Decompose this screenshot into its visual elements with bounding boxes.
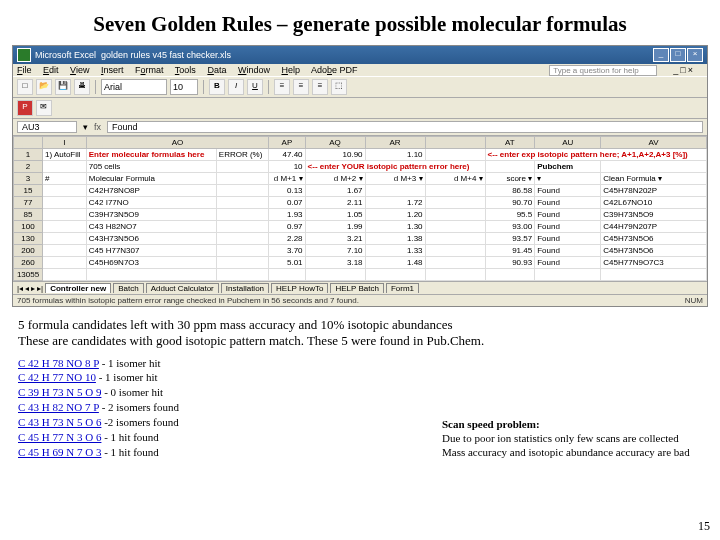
new-icon[interactable]: □ bbox=[17, 79, 33, 95]
tab-nav-last[interactable]: ▸| bbox=[37, 284, 43, 293]
sheet-tabs: |◂ ◂ ▸ ▸| Controller new Batch Adduct Ca… bbox=[13, 281, 707, 294]
menu-edit[interactable]: Edit bbox=[43, 65, 59, 75]
tab-help-howto[interactable]: HELP HowTo bbox=[271, 283, 328, 293]
font-name[interactable]: Arial bbox=[101, 79, 167, 95]
menu-tools[interactable]: Tools bbox=[175, 65, 196, 75]
tab-install[interactable]: Installation bbox=[221, 283, 269, 293]
underline-icon[interactable]: U bbox=[247, 79, 263, 95]
slide-title: Seven Golden Rules – generate possible m… bbox=[0, 12, 720, 37]
help-question-box[interactable]: Type a question for help bbox=[549, 65, 657, 76]
table-row[interactable]: 85C39H73N5O91.931.051.2095.5FoundC39H73N… bbox=[14, 209, 707, 221]
doc-close[interactable]: × bbox=[688, 65, 693, 75]
formula-link[interactable]: C 42 H 78 NO 8 P bbox=[18, 357, 99, 369]
formula-link[interactable]: C 39 H 73 N 5 O 9 bbox=[18, 386, 101, 398]
open-icon[interactable]: 📂 bbox=[36, 79, 52, 95]
doc-restore[interactable]: □ bbox=[680, 65, 685, 75]
summary-paragraph: 5 formula candidates left with 30 ppm ma… bbox=[18, 317, 702, 350]
align-right-icon[interactable]: ≡ bbox=[312, 79, 328, 95]
table-row[interactable]: 200C45 H77N3073.707.101.3391.45FoundC45H… bbox=[14, 245, 707, 257]
spreadsheet-grid[interactable]: IAOAPAQARATAUAV 11) AutoFillEnter molecu… bbox=[13, 136, 707, 281]
page-number: 15 bbox=[698, 519, 710, 534]
tab-nav-next[interactable]: ▸ bbox=[31, 284, 35, 293]
font-size[interactable]: 10 bbox=[170, 79, 198, 95]
tab-form1[interactable]: Form1 bbox=[386, 283, 419, 293]
formula-bar-row: AU3 ▾ fx Found bbox=[13, 119, 707, 136]
menubar: File Edit View Insert Format Tools Data … bbox=[13, 64, 707, 76]
menu-view[interactable]: View bbox=[70, 65, 89, 75]
formula-link[interactable]: C 43 H 82 NO 7 P bbox=[18, 401, 99, 413]
save-icon[interactable]: 💾 bbox=[55, 79, 71, 95]
file-name: golden rules v45 fast checker.xls bbox=[101, 50, 231, 60]
tab-batch[interactable]: Batch bbox=[113, 283, 143, 293]
table-row[interactable]: 15C42H78NO8P0.131.6786.58FoundC45H78N202… bbox=[14, 185, 707, 197]
close-button[interactable]: × bbox=[687, 48, 703, 62]
print-icon[interactable]: 🖶 bbox=[74, 79, 90, 95]
table-row[interactable]: 77C42 I77NO0.072.111.7290.70FoundC42L67N… bbox=[14, 197, 707, 209]
italic-icon[interactable]: I bbox=[228, 79, 244, 95]
scan-speed-note: Scan speed problem: Due to poor ion stat… bbox=[442, 417, 702, 460]
formula-link[interactable]: C 42 H 77 NO 10 bbox=[18, 371, 96, 383]
titlebar: Microsoft Excel golden rules v45 fast ch… bbox=[13, 46, 707, 64]
tab-nav-prev[interactable]: ◂ bbox=[25, 284, 29, 293]
formula-link[interactable]: C 43 H 73 N 5 O 6 bbox=[18, 416, 101, 428]
align-center-icon[interactable]: ≡ bbox=[293, 79, 309, 95]
formula-link[interactable]: C 45 H 69 N 7 O 3 bbox=[18, 446, 101, 458]
menu-format[interactable]: Format bbox=[135, 65, 164, 75]
name-box[interactable]: AU3 bbox=[17, 121, 77, 133]
menu-window[interactable]: Window bbox=[238, 65, 270, 75]
tab-nav-first[interactable]: |◂ bbox=[17, 284, 23, 293]
menu-help[interactable]: Help bbox=[281, 65, 300, 75]
menu-insert[interactable]: Insert bbox=[101, 65, 124, 75]
tab-adduct[interactable]: Adduct Calculator bbox=[146, 283, 219, 293]
formula-bar[interactable]: Found bbox=[107, 121, 703, 133]
minimize-button[interactable]: _ bbox=[653, 48, 669, 62]
menu-data[interactable]: Data bbox=[207, 65, 226, 75]
tab-help-batch[interactable]: HELP Batch bbox=[330, 283, 383, 293]
maximize-button[interactable]: □ bbox=[670, 48, 686, 62]
toolbar-pdf: P ✉ bbox=[13, 98, 707, 119]
menu-file[interactable]: File bbox=[17, 65, 32, 75]
excel-window: Microsoft Excel golden rules v45 fast ch… bbox=[12, 45, 708, 307]
formula-hit-list: C 42 H 78 NO 8 P - 1 isomer hitC 42 H 77… bbox=[18, 356, 179, 460]
bold-icon[interactable]: B bbox=[209, 79, 225, 95]
app-name: Microsoft Excel bbox=[35, 50, 96, 60]
table-row[interactable]: 100C43 H82NO70.971.991.3093.00FoundC44H7… bbox=[14, 221, 707, 233]
align-left-icon[interactable]: ≡ bbox=[274, 79, 290, 95]
table-row[interactable]: 260C45H69N7O35.013.181.4890.93FoundC45H7… bbox=[14, 257, 707, 269]
tab-controller[interactable]: Controller new bbox=[45, 283, 111, 293]
table-row[interactable]: 130C43H73N5O62.283.211.3893.57FoundC45H7… bbox=[14, 233, 707, 245]
status-bar: 705 formulas within isotopic pattern err… bbox=[13, 294, 707, 306]
menu-adobepdf[interactable]: Adobe PDF bbox=[311, 65, 358, 75]
doc-min[interactable]: _ bbox=[673, 65, 678, 75]
merge-icon[interactable]: ⬚ bbox=[331, 79, 347, 95]
formula-link[interactable]: C 45 H 77 N 3 O 6 bbox=[18, 431, 101, 443]
toolbar-standard: □ 📂 💾 🖶 Arial 10 B I U ≡ ≡ ≡ ⬚ bbox=[13, 76, 707, 98]
status-num: NUM bbox=[685, 296, 703, 305]
fx-icon[interactable]: fx bbox=[94, 122, 101, 132]
excel-icon bbox=[17, 48, 31, 62]
dropdown-icon[interactable]: ▾ bbox=[83, 122, 88, 132]
pdf-mail-icon[interactable]: ✉ bbox=[36, 100, 52, 116]
table-row[interactable]: 13055 bbox=[14, 269, 707, 281]
pdf-icon[interactable]: P bbox=[17, 100, 33, 116]
status-text: 705 formulas within isotopic pattern err… bbox=[17, 296, 359, 305]
